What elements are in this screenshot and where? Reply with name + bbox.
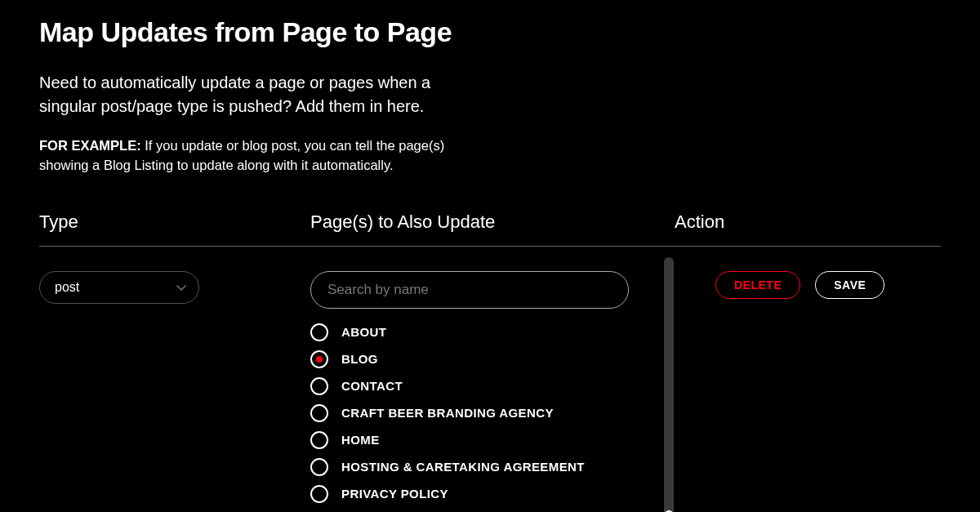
page-item-craft-beer[interactable]: CRAFT BEER BRANDING AGENCY bbox=[310, 404, 675, 422]
radio-icon bbox=[310, 377, 328, 395]
save-button[interactable]: SAVE bbox=[815, 271, 884, 299]
action-cell: DELETE SAVE bbox=[675, 271, 941, 512]
mapping-grid: Type Page(s) to Also Update Action ABOUT bbox=[39, 211, 941, 512]
pages-cell: ABOUT BLOG CONTACT CRAFT BEER BRANDING A… bbox=[310, 271, 675, 512]
search-input[interactable] bbox=[310, 271, 629, 309]
page-item-home[interactable]: HOME bbox=[310, 431, 675, 449]
page-item-about[interactable]: ABOUT bbox=[310, 323, 675, 341]
radio-icon bbox=[310, 323, 328, 341]
scrollbar[interactable] bbox=[664, 257, 674, 512]
page-item-label: HOME bbox=[341, 433, 380, 447]
type-select-wrap bbox=[39, 271, 199, 304]
column-header-pages: Page(s) to Also Update bbox=[310, 211, 675, 246]
radio-icon bbox=[310, 458, 328, 476]
example-lead: FOR EXAMPLE: bbox=[39, 138, 141, 153]
page-item-label: PRIVACY POLICY bbox=[341, 487, 448, 501]
page-item-contact[interactable]: CONTACT bbox=[310, 377, 675, 395]
page-item-blog[interactable]: BLOG bbox=[310, 350, 675, 368]
type-cell bbox=[39, 271, 310, 512]
page-item-label: CRAFT BEER BRANDING AGENCY bbox=[341, 406, 554, 420]
radio-icon bbox=[310, 404, 328, 422]
page-item-label: CONTACT bbox=[341, 379, 403, 393]
page-item-privacy[interactable]: PRIVACY POLICY bbox=[310, 485, 675, 503]
example-text: FOR EXAMPLE: If you update or blog post,… bbox=[39, 136, 480, 176]
page-item-label: HOSTING & CARETAKING AGREEMENT bbox=[341, 460, 585, 474]
page-list: ABOUT BLOG CONTACT CRAFT BEER BRANDING A… bbox=[310, 323, 675, 512]
radio-icon bbox=[310, 431, 328, 449]
column-header-type: Type bbox=[39, 211, 310, 246]
column-header-action: Action bbox=[675, 211, 941, 246]
page-item-hosting[interactable]: HOSTING & CARETAKING AGREEMENT bbox=[310, 458, 675, 476]
radio-icon bbox=[310, 350, 328, 368]
header-divider bbox=[39, 246, 941, 247]
delete-button[interactable]: DELETE bbox=[715, 271, 800, 299]
page-item-label: ABOUT bbox=[341, 325, 386, 339]
page-title: Map Updates from Page to Page bbox=[39, 16, 941, 48]
intro-text: Need to automatically update a page or p… bbox=[39, 71, 480, 118]
type-select[interactable] bbox=[39, 271, 199, 304]
page-item-label: BLOG bbox=[341, 352, 378, 366]
radio-icon bbox=[310, 485, 328, 503]
